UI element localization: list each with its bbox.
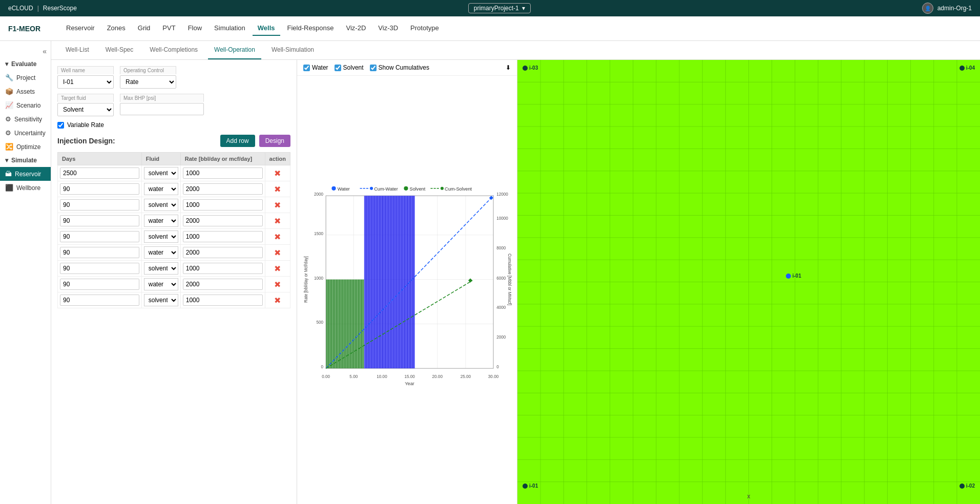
nav-item-grid[interactable]: Grid <box>133 21 156 36</box>
project-selector[interactable]: primaryProject-1 ▾ <box>468 3 531 13</box>
fluid-select[interactable]: solventwater <box>144 183 178 195</box>
fluid-select[interactable]: solventwater <box>144 215 178 227</box>
sub-tab-well-operation[interactable]: Well-Operation <box>208 41 261 59</box>
svg-text:Cumulative [Mbbl or MMscf]: Cumulative [Mbbl or MMscf] <box>507 254 512 305</box>
rate-input[interactable] <box>183 215 263 226</box>
max-bhp-label: Max BHP [psi] <box>120 94 204 102</box>
well-name-select[interactable]: I-01 <box>57 75 114 89</box>
nav-item-pvt[interactable]: PVT <box>157 21 180 36</box>
delete-row-button[interactable]: ✖ <box>274 169 281 178</box>
chart-svg: Water Cum-Water Solvent Cum-Solvent <box>297 76 517 504</box>
add-row-button[interactable]: Add row <box>220 135 255 147</box>
water-label: Water <box>312 64 328 71</box>
well-label-i04: i-04 <box>966 65 975 71</box>
svg-point-3 <box>370 187 373 190</box>
fluid-select[interactable]: solventwater <box>144 199 178 211</box>
rate-input[interactable] <box>183 167 263 179</box>
top-bar-divider: | <box>37 5 39 12</box>
days-input[interactable] <box>60 295 139 306</box>
days-input[interactable] <box>60 215 139 226</box>
delete-row-button[interactable]: ✖ <box>274 264 281 274</box>
rate-input[interactable] <box>183 279 263 290</box>
delete-row-button[interactable]: ✖ <box>274 216 281 226</box>
sidebar-item-label: Project <box>16 74 35 81</box>
well-name-group: Well name I-01 <box>57 66 114 89</box>
sub-tab-well-spec[interactable]: Well-Spec <box>99 41 139 59</box>
well-label-i03: i-03 <box>529 65 538 71</box>
sidebar-item-assets[interactable]: 📦 Assets <box>0 85 51 98</box>
max-bhp-input[interactable]: 5000 <box>120 103 204 115</box>
operating-control-select[interactable]: Rate <box>120 75 176 89</box>
water-checkbox[interactable] <box>303 65 310 71</box>
solvent-checkbox[interactable] <box>335 65 341 71</box>
panels-row: Well name I-01 Operating Control Rate <box>51 60 980 504</box>
days-input[interactable] <box>60 247 139 258</box>
reservoir-icon: 🏔 <box>5 170 12 178</box>
rate-input[interactable] <box>183 295 263 306</box>
sub-tab-well-simulation[interactable]: Well-Simulation <box>265 41 320 59</box>
sidebar-item-optimize[interactable]: 🔀 Optimize <box>0 140 51 154</box>
wrench-icon: 🔧 <box>5 74 13 81</box>
sidebar-item-label: Evaluate <box>11 60 36 68</box>
rate-input[interactable] <box>183 247 263 258</box>
delete-row-button[interactable]: ✖ <box>274 184 281 194</box>
nav-item-flow[interactable]: Flow <box>183 21 207 36</box>
rate-input[interactable] <box>183 263 263 274</box>
well-i04: i-04 <box>960 65 975 71</box>
fluid-select[interactable]: solventwater <box>144 262 178 275</box>
sub-tab-well-list[interactable]: Well-List <box>59 41 95 59</box>
show-cumulatives-label: Show Cumulatives <box>379 64 429 71</box>
days-input[interactable] <box>60 199 139 211</box>
table-row: solventwater✖ <box>58 229 290 245</box>
days-input[interactable] <box>60 263 139 274</box>
fluid-select[interactable]: solventwater <box>144 167 178 179</box>
nav-item-viz2d[interactable]: Viz-2D <box>341 21 371 36</box>
injection-design-title: Injection Design: <box>57 137 115 145</box>
table-row: solventwater✖ <box>58 292 290 308</box>
nav-item-simulation[interactable]: Simulation <box>209 21 251 36</box>
sidebar-collapse-button[interactable]: « <box>38 45 51 57</box>
days-input[interactable] <box>60 231 139 242</box>
sidebar-item-scenario[interactable]: 📈 Scenario <box>0 98 51 112</box>
svg-text:2000: 2000 <box>496 335 506 340</box>
delete-row-button[interactable]: ✖ <box>274 200 281 210</box>
fluid-select[interactable]: solventwater <box>144 230 178 243</box>
delete-row-button[interactable]: ✖ <box>274 248 281 258</box>
nav-item-prototype[interactable]: Prototype <box>405 21 444 36</box>
sidebar-item-wellbore[interactable]: ⬛ Wellbore <box>0 181 51 195</box>
well-i01-center: i-01 <box>786 273 801 279</box>
x-axis-label: x <box>747 493 750 500</box>
variable-rate-checkbox[interactable] <box>57 122 64 129</box>
days-input[interactable] <box>60 183 139 195</box>
col-header-days: Days <box>58 153 142 165</box>
days-input[interactable] <box>60 167 139 179</box>
rate-input[interactable] <box>183 231 263 242</box>
show-cumulatives-checkbox[interactable] <box>370 65 377 71</box>
design-button[interactable]: Design <box>259 135 290 147</box>
delete-row-button[interactable]: ✖ <box>274 280 281 289</box>
fluid-select[interactable]: solventwater <box>144 246 178 259</box>
sidebar-item-project[interactable]: 🔧 Project <box>0 71 51 85</box>
rate-input[interactable] <box>183 183 263 195</box>
rate-input[interactable] <box>183 199 263 211</box>
nav-item-zones[interactable]: Zones <box>102 21 131 36</box>
chart-download-icon[interactable]: ⬇ <box>506 64 511 71</box>
sidebar-item-reservoir[interactable]: 🏔 Reservoir <box>0 167 51 181</box>
nav-item-wells[interactable]: Wells <box>253 21 280 36</box>
nav-item-field-response[interactable]: Field-Response <box>282 21 339 36</box>
fluid-select[interactable]: solventwater <box>144 278 178 290</box>
sub-tab-well-completions[interactable]: Well-Completions <box>143 41 204 59</box>
svg-text:Year: Year <box>405 381 414 386</box>
delete-row-button[interactable]: ✖ <box>274 232 281 242</box>
fluid-select[interactable]: solventwater <box>144 294 178 306</box>
target-fluid-select[interactable]: Solvent <box>57 103 114 116</box>
delete-row-button[interactable]: ✖ <box>274 296 281 305</box>
nav-item-viz3d[interactable]: Viz-3D <box>373 21 403 36</box>
sidebar-item-uncertainty[interactable]: ⚙ Uncertainty <box>0 126 51 140</box>
svg-text:Cum-Solvent: Cum-Solvent <box>445 186 472 192</box>
days-input[interactable] <box>60 279 139 290</box>
svg-text:25.00: 25.00 <box>461 374 471 379</box>
well-dot-i01b <box>523 484 528 489</box>
nav-item-reservoir[interactable]: Reservoir <box>61 21 100 36</box>
sidebar-item-sensitivity[interactable]: ⚙ Sensitivity <box>0 112 51 126</box>
